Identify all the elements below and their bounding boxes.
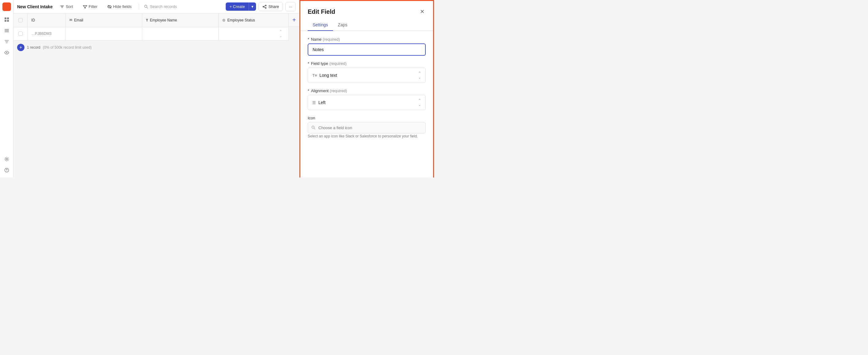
email-cell[interactable] [66, 27, 142, 40]
alignment-icon: ☰ [312, 100, 316, 105]
name-field-group: * Name (required) [308, 37, 426, 56]
employee-name-cell[interactable] [142, 27, 219, 40]
select-all-checkbox[interactable] [18, 18, 23, 22]
topbar-right-actions: + Create ▾ Share ··· [226, 2, 296, 11]
icon-search-icon [311, 125, 315, 130]
sidebar [0, 0, 13, 177]
hide-fields-button[interactable]: Hide fields [105, 3, 134, 10]
table-footer: + 1 record (0% of 500k record limit used… [13, 41, 300, 54]
sidebar-icon-settings[interactable] [2, 154, 11, 164]
table-area: ID ✉ Email T Employee Name [13, 13, 300, 177]
field-type-arrows: ⌃⌄ [418, 71, 421, 80]
field-type-icon: T≡ [312, 73, 317, 78]
svg-rect-5 [5, 30, 9, 31]
row-checkbox[interactable] [18, 31, 23, 36]
share-button[interactable]: Share [258, 2, 283, 11]
svg-rect-3 [7, 20, 9, 22]
topbar-divider [139, 4, 139, 10]
id-cell: …PJB6DM3 [28, 27, 66, 40]
sidebar-icon-eye[interactable] [2, 48, 11, 58]
checkbox-header[interactable] [13, 13, 28, 27]
svg-point-8 [6, 158, 7, 160]
email-column-header[interactable]: ✉ Email [66, 13, 142, 27]
panel-title: Edit Field [308, 8, 335, 15]
name-field-label: * Name (required) [308, 37, 426, 41]
expand-icon[interactable]: ⌃⌄ [279, 29, 282, 38]
panel-body: * Name (required) * Field type (required… [300, 31, 433, 145]
svg-point-7 [6, 52, 7, 53]
employee-status-column-header[interactable]: ◎ Employee Status [219, 13, 289, 27]
share-button-label: Share [269, 4, 279, 9]
panel-tabs: Settings Zaps [300, 20, 433, 31]
icon-search-input[interactable] [308, 122, 426, 134]
svg-rect-1 [7, 18, 9, 19]
icon-label: Icon [308, 116, 426, 120]
create-button[interactable]: + Create ▾ [226, 2, 256, 11]
main-content: New Client Intake Sort Filter Hide field… [13, 0, 300, 177]
page-title: New Client Intake [17, 4, 53, 9]
app-logo[interactable] [2, 2, 11, 11]
alignment-select[interactable]: ☰ Left ⌃⌄ [308, 95, 426, 110]
field-type-label: * Field type (required) [308, 61, 426, 66]
filter-button[interactable]: Filter [81, 3, 100, 10]
employee-status-cell[interactable]: ⌃⌄ [219, 27, 289, 40]
data-table: ID ✉ Email T Employee Name [13, 13, 289, 41]
employee-status-col-icon: ◎ [222, 18, 225, 22]
name-field-input[interactable] [308, 43, 426, 56]
svg-point-13 [265, 7, 266, 8]
tab-zaps[interactable]: Zaps [333, 20, 352, 31]
svg-point-10 [6, 171, 7, 171]
employee-name-col-icon: T [146, 18, 148, 22]
svg-point-11 [145, 5, 147, 8]
more-icon: ··· [289, 4, 292, 9]
tab-settings[interactable]: Settings [308, 20, 333, 31]
search-box[interactable]: Search records [144, 4, 177, 9]
add-row-button[interactable]: + [17, 44, 25, 51]
svg-point-14 [263, 6, 264, 7]
employee-name-column-header[interactable]: T Employee Name [142, 13, 219, 27]
panel-close-button[interactable]: ✕ [419, 7, 426, 16]
field-type-group: * Field type (required) T≡ Long text ⌃⌄ [308, 61, 426, 83]
id-column-header[interactable]: ID [28, 13, 66, 27]
record-limit-text: (0% of 500k record limit used) [43, 45, 91, 50]
svg-rect-2 [5, 20, 6, 22]
row-checkbox-cell[interactable] [13, 27, 28, 40]
field-type-select[interactable]: T≡ Long text ⌃⌄ [308, 68, 426, 83]
icon-hint-text: Select an app icon like Slack or Salesfo… [308, 134, 426, 139]
svg-point-15 [312, 126, 314, 128]
svg-rect-0 [5, 18, 6, 19]
alignment-arrows: ⌃⌄ [418, 98, 421, 107]
field-type-value: Long text [320, 73, 337, 78]
alignment-group: * Alignment (required) ☰ Left ⌃⌄ [308, 88, 426, 110]
email-col-icon: ✉ [69, 18, 72, 22]
sidebar-icon-grid[interactable] [2, 15, 11, 25]
alignment-value: Left [318, 100, 326, 105]
record-count: 1 record [27, 45, 40, 50]
add-column-button[interactable]: + [289, 13, 300, 27]
create-button-label: + Create [226, 2, 248, 11]
sidebar-icon-table[interactable] [2, 26, 11, 35]
sidebar-icon-filter[interactable] [2, 37, 11, 47]
alignment-label: * Alignment (required) [308, 88, 426, 93]
more-button[interactable]: ··· [285, 2, 296, 11]
table-row: …PJB6DM3 ⌃⌄ [13, 27, 289, 40]
svg-point-12 [265, 5, 266, 6]
topbar: New Client Intake Sort Filter Hide field… [13, 0, 300, 13]
icon-group: Icon Select an app icon like Slack or Sa… [308, 116, 426, 139]
sort-button[interactable]: Sort [58, 3, 75, 10]
panel-header: Edit Field ✕ [300, 1, 433, 20]
create-dropdown-arrow[interactable]: ▾ [249, 2, 256, 11]
icon-search-wrap [308, 122, 426, 134]
sidebar-icon-help[interactable] [2, 165, 11, 175]
svg-rect-6 [5, 31, 9, 32]
edit-field-panel: Edit Field ✕ Settings Zaps * Name (requi… [300, 0, 434, 177]
svg-rect-4 [5, 29, 9, 30]
